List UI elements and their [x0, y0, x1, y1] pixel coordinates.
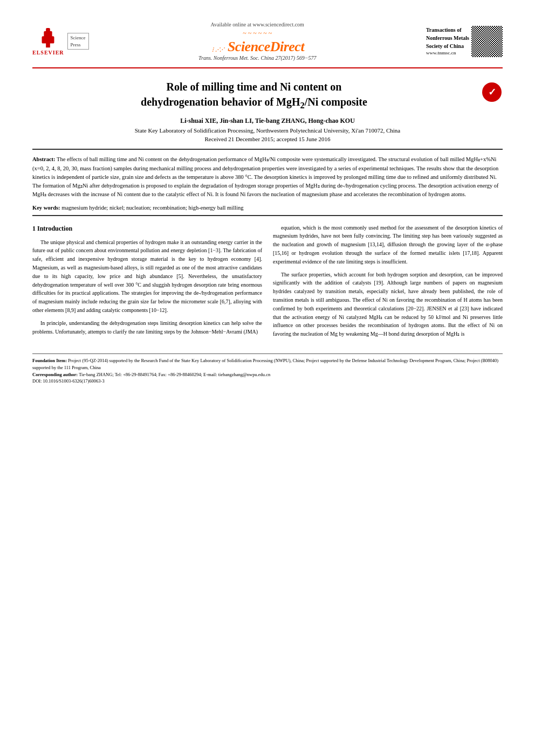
keywords-text: magnesium hydride; nickel; nucleation; r… [60, 205, 244, 211]
divider-bottom-abstract [32, 215, 503, 216]
journal-name-line2: Nonferrous Metals [426, 34, 469, 42]
footer-corresponding-label: Corresponding author: [32, 372, 78, 377]
divider-top [32, 149, 503, 150]
authors: Li-shuai XIE, Jin-shan LI, Tie-bang ZHAN… [32, 117, 503, 125]
svg-text:✓: ✓ [488, 87, 496, 98]
footer-foundation-label: Foundation Item: [32, 358, 67, 363]
section1-right-para2: The surface properties, which account fo… [273, 271, 503, 338]
footer: Foundation Item: Project (95-QZ-2014) su… [32, 353, 503, 385]
journal-name-block: Transactions of Nonferrous Metals Societ… [426, 26, 469, 56]
footer-doi: DOI: 10.1016/S1003-6326(17)60063-3 [32, 378, 503, 385]
journal-ref: Trans. Nonferrous Met. Soc. China 27(201… [100, 55, 415, 61]
science-press-box: Science Press [67, 33, 89, 50]
header-right: Transactions of Nonferrous Metals Societ… [426, 26, 503, 57]
keywords-label: Key words: [32, 205, 60, 211]
sciencedirect-logo: ⋮⋰⋰ ScienceDirect [100, 39, 415, 55]
paper-title: Role of milling time and Ni content on d… [32, 79, 476, 112]
abstract-section: Abstract: The effects of ball milling ti… [32, 155, 503, 199]
received-date: Received 21 December 2015; accepted 15 J… [32, 136, 503, 142]
svg-rect-1 [42, 36, 54, 43]
elsevier-logo: ELSEVIER [32, 27, 64, 56]
abstract-text: The effects of ball milling time and Ni … [32, 156, 499, 197]
section1-para1: The unique physical and chemical propert… [32, 238, 262, 315]
science-press-text: Science [71, 34, 86, 41]
title-text-block: Role of milling time and Ni content on d… [32, 79, 476, 112]
section1-para2: In principle, understanding the dehydrog… [32, 319, 262, 336]
journal-name-line3: Society of China [426, 42, 469, 50]
two-col-body: 1 Introduction The unique physical and c… [32, 224, 503, 343]
header: ELSEVIER Science Press Available online … [32, 22, 503, 68]
science-press-text2: Press [71, 41, 86, 48]
abstract-label: Abstract: [32, 156, 56, 162]
title-section: Role of milling time and Ni content on d… [32, 79, 503, 112]
col-right: equation, which is the most commonly use… [273, 224, 503, 343]
crossmark-icon: ✓ [481, 81, 503, 103]
journal-www: www.tnmsc.cn [426, 50, 469, 56]
col-left: 1 Introduction The unique physical and c… [32, 224, 262, 343]
sciencedirect-dots: ~ ~ ~ ~ ~ ~ [100, 30, 415, 38]
footer-foundation-text: Project (95-QZ-2014) supported by the Re… [32, 358, 498, 370]
qr-code [471, 26, 503, 57]
svg-rect-3 [46, 28, 50, 32]
header-center: Available online at www.sciencedirect.co… [89, 22, 426, 61]
elsevier-text: ELSEVIER [32, 50, 64, 56]
journal-name-line1: Transactions of [426, 26, 469, 34]
header-left: ELSEVIER Science Press [32, 27, 89, 56]
footer-corresponding-text: Tie-bang ZHANG; Tel: +86-29-88491764; Fa… [78, 372, 270, 377]
section1-right-para1: equation, which is the most commonly use… [273, 224, 503, 266]
page: ELSEVIER Science Press Available online … [0, 0, 535, 756]
affiliation: State Key Laboratory of Solidification P… [32, 127, 503, 134]
elsevier-tree-icon [37, 27, 59, 50]
footer-corresponding: Corresponding author: Tie-bang ZHANG; Te… [32, 371, 503, 378]
section1-heading: 1 Introduction [32, 224, 262, 234]
available-text: Available online at www.sciencedirect.co… [100, 22, 415, 27]
keywords-line: Key words: magnesium hydride; nickel; nu… [32, 205, 503, 211]
header-right-inner: Transactions of Nonferrous Metals Societ… [426, 26, 503, 57]
footer-foundation: Foundation Item: Project (95-QZ-2014) su… [32, 357, 503, 371]
